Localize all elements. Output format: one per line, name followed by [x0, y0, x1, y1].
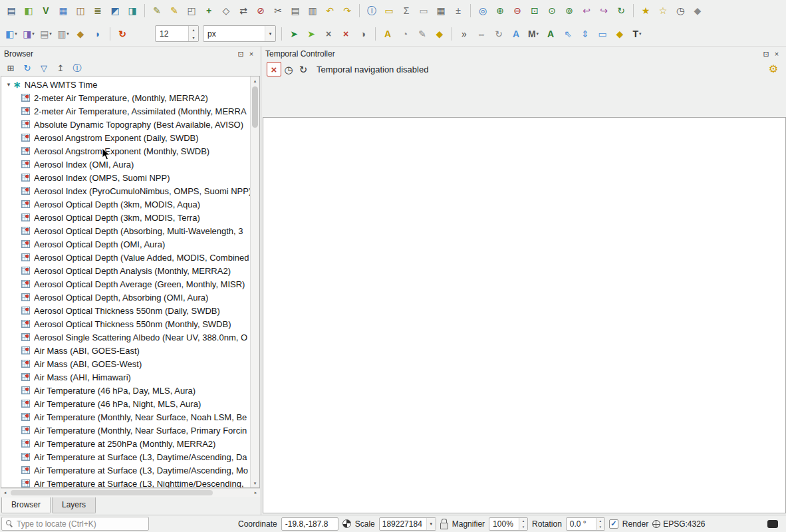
- move-feature-button[interactable]: ⇄: [235, 3, 252, 19]
- browser-tree-item[interactable]: Aerosol Optical Depth, Absorbing (OMI, A…: [1, 291, 250, 304]
- add-raster-layer-button[interactable]: ▦: [55, 3, 72, 19]
- add-vector-layer-button[interactable]: V: [37, 3, 55, 19]
- browser-tree-item[interactable]: Air Temperature at Surface (L3, Daytime/…: [1, 464, 250, 477]
- browser-tree-item[interactable]: Aerosol Optical Thickness 550nm (Daily, …: [1, 304, 250, 317]
- browser-tree-item[interactable]: Air Temperature at 250hPa (Monthly, MERR…: [1, 437, 250, 450]
- python-console-button[interactable]: ◗: [89, 26, 106, 42]
- browser-tree-item[interactable]: Aerosol Optical Depth Analysis (Monthly,…: [1, 264, 250, 277]
- layer-labeling-options-button[interactable]: A: [379, 26, 396, 42]
- show-bookmarks-button[interactable]: ☆: [654, 3, 672, 19]
- move-annotation-button[interactable]: ⇕: [577, 26, 594, 42]
- locate-box[interactable]: [1, 517, 149, 531]
- browser-tree-item[interactable]: Air Mass (ABI, GOES-West): [1, 357, 250, 370]
- rotate-label-button[interactable]: ↻: [490, 26, 507, 42]
- reselect-features-button[interactable]: ◑: [354, 26, 372, 42]
- font-unit-combo[interactable]: px ▾: [203, 25, 276, 42]
- tab-browser[interactable]: Browser: [1, 497, 51, 513]
- browser-tree-item[interactable]: Aerosol Single Scattering Albedo (Near U…: [1, 331, 250, 344]
- browser-tree-item[interactable]: Air Temperature (Monthly, Near Surface, …: [1, 410, 250, 424]
- browser-tree-item[interactable]: Aerosol Optical Thickness 550nm (Monthly…: [1, 317, 250, 331]
- new-geopackage-layer-button[interactable]: ◧: [20, 3, 37, 19]
- magnifier-value[interactable]: 100%: [489, 518, 519, 530]
- close-panel-button[interactable]: ×: [246, 49, 257, 59]
- font-size-spinbox[interactable]: 12 ▴ ▾: [155, 25, 199, 42]
- zoom-to-selection-button[interactable]: ⊙: [543, 3, 561, 19]
- add-postgis-layers-button[interactable]: ◩: [106, 3, 124, 19]
- spin-down-button[interactable]: ▾: [519, 524, 527, 530]
- cut-features-button[interactable]: ✂: [269, 3, 287, 19]
- pin-labels-button[interactable]: ✎: [414, 26, 431, 42]
- combo-arrow-icon[interactable]: ▾: [426, 518, 436, 530]
- browser-tree-item[interactable]: Aerosol Index (PyroCumuloNimbus, OMPS, S…: [1, 184, 250, 198]
- map-canvas[interactable]: [263, 117, 786, 513]
- new-bookmark-button[interactable]: ★: [637, 3, 654, 19]
- deselect-features-button[interactable]: ×: [320, 26, 337, 42]
- scroll-right-arrow[interactable]: ▸: [251, 489, 260, 497]
- spin-up-button[interactable]: ▴: [519, 518, 527, 524]
- browser-tree-root[interactable]: ▾ ∗ NASA WMTS Time: [1, 78, 250, 91]
- refresh-browser-button[interactable]: ↻: [21, 61, 34, 74]
- browser-tree-item[interactable]: Aerosol Optical Depth (Value Added, MODI…: [1, 251, 250, 264]
- zoom-out-button[interactable]: ⊖: [509, 3, 526, 19]
- browser-tree-item[interactable]: Absolute Dynamic Topography (Best Availa…: [1, 118, 250, 131]
- zoom-next-button[interactable]: ↪: [595, 3, 612, 19]
- browser-tree-item[interactable]: Air Temperature (46 hPa, Day, MLS, Aura): [1, 384, 250, 397]
- vertex-tool-button[interactable]: ◇: [217, 3, 235, 19]
- layout-manager-button[interactable]: ▤ ▾: [37, 26, 55, 42]
- browser-tree-item[interactable]: 2-meter Air Temperature, (Monthly, MERRA…: [1, 91, 250, 104]
- scroll-up-arrow[interactable]: ▴: [251, 76, 259, 85]
- temporal-settings-button[interactable]: ⚙: [766, 62, 781, 76]
- add-text-annotation-button[interactable]: A: [542, 26, 559, 42]
- save-layer-edits-button[interactable]: ◰: [183, 3, 200, 19]
- collapse-all-button[interactable]: ↥: [54, 61, 67, 74]
- svg-annotation-button[interactable]: ◆: [611, 26, 628, 42]
- scale-combo[interactable]: 189227184 ▾: [379, 517, 436, 531]
- undo-button[interactable]: ↶: [321, 3, 338, 19]
- pan-map-button[interactable]: ◎: [474, 3, 491, 19]
- change-label-properties-button[interactable]: A: [507, 26, 525, 42]
- rotation-value[interactable]: 0.0 °: [567, 518, 596, 530]
- animated-temporal-navigation-button[interactable]: ↻: [296, 62, 311, 76]
- browser-tree-item[interactable]: Aerosol Optical Depth Average (Green, Mo…: [1, 277, 250, 291]
- scroll-down-arrow[interactable]: ▾: [251, 479, 259, 487]
- project-layouts-button[interactable]: ▥ ▾: [55, 26, 72, 42]
- spin-down-button[interactable]: ▾: [596, 524, 604, 530]
- zoom-last-button[interactable]: ↩: [578, 3, 595, 19]
- map-tips-button[interactable]: ◆: [689, 3, 706, 19]
- form-annotation-button[interactable]: ▭: [594, 26, 611, 42]
- crs-button[interactable]: EPSG:4326: [652, 519, 705, 529]
- render-checkbox[interactable]: ✓: [609, 519, 618, 529]
- move-label-button[interactable]: ⇔: [473, 26, 490, 42]
- new-map-view-button[interactable]: ◧ ▾: [3, 26, 20, 42]
- coordinate-input[interactable]: [281, 517, 338, 531]
- add-wms-layer-button[interactable]: ◨: [124, 3, 141, 19]
- add-delimited-text-layer-button[interactable]: ≣: [89, 3, 106, 19]
- style-manager-button[interactable]: ◆: [72, 26, 89, 42]
- redo-button[interactable]: ↷: [338, 3, 356, 19]
- scrollbar-thumb[interactable]: [11, 490, 213, 495]
- add-selected-layers-button[interactable]: ⊞: [4, 61, 17, 74]
- zoom-to-selected-button[interactable]: ➤: [303, 26, 320, 42]
- browser-tree-item[interactable]: Aerosol Optical Depth (3km, MODIS, Aqua): [1, 198, 250, 211]
- identify-features-button[interactable]: Ⓘ: [363, 3, 380, 19]
- field-calculator-button[interactable]: ±: [450, 3, 467, 19]
- deselect-all-button[interactable]: ▭: [415, 3, 432, 19]
- toolbar-extension-button[interactable]: »: [456, 26, 473, 42]
- select-features-button[interactable]: ▭: [380, 3, 398, 19]
- close-panel-button[interactable]: ×: [771, 49, 782, 59]
- data-source-manager-button[interactable]: ▤: [3, 3, 20, 19]
- expand-collapse-icon[interactable]: ▾: [4, 81, 13, 88]
- locate-input[interactable]: [17, 519, 144, 529]
- browser-tree-item[interactable]: Air Temperature at Surface (L3, Daytime/…: [1, 450, 250, 464]
- lock-scale-icon[interactable]: [440, 519, 448, 529]
- copy-features-button[interactable]: ▤: [287, 3, 304, 19]
- font-size-value[interactable]: 12: [156, 26, 188, 41]
- spin-down-button[interactable]: ▾: [189, 34, 198, 42]
- float-panel-button[interactable]: ⊡: [235, 49, 246, 59]
- browser-tree-item[interactable]: Air Temperature (46 hPa, Night, MLS, Aur…: [1, 397, 250, 410]
- discard-edits-button[interactable]: ↻: [114, 26, 131, 42]
- highlight-pinned-labels-button[interactable]: ◆: [431, 26, 448, 42]
- decorations-menu-button[interactable]: M ▾: [525, 26, 542, 42]
- browser-tree-item[interactable]: Aerosol Optical Depth (3km, MODIS, Terra…: [1, 211, 250, 224]
- layer-diagram-options-button[interactable]: ◔: [396, 26, 414, 42]
